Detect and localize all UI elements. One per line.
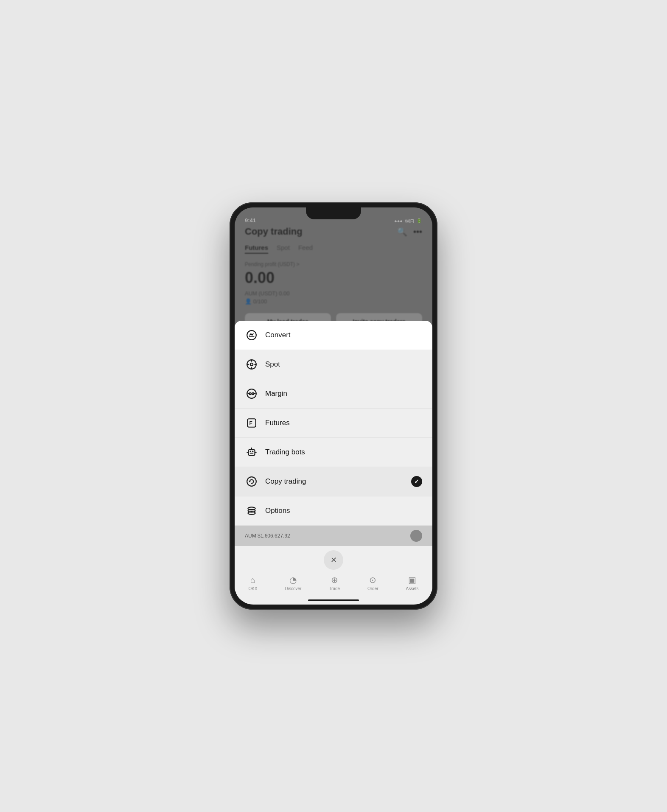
selected-checkmark xyxy=(411,476,422,487)
menu-item-options[interactable]: Options xyxy=(235,496,432,526)
nav-trade-label: Trade xyxy=(329,586,340,591)
futures-label: Futures xyxy=(265,419,422,427)
convert-icon xyxy=(245,328,258,342)
aum-strip-text: AUM $1,606,627.92 xyxy=(245,533,290,539)
phone-screen: 9:41 ●●● WiFi 🔋 Copy trading 🔍 ••• Futur… xyxy=(235,207,432,605)
nav-discover-label: Discover xyxy=(285,586,302,591)
nav-item-okx[interactable]: ⌂ OKX xyxy=(248,575,257,591)
options-label: Options xyxy=(265,507,422,515)
trading-bots-icon xyxy=(245,445,258,459)
nav-assets-label: Assets xyxy=(406,586,419,591)
home-indicator xyxy=(308,599,359,601)
bottom-nav: ⌂ OKX ◔ Discover ⊕ Trade ⊙ xyxy=(235,571,432,599)
svg-point-14 xyxy=(247,477,256,486)
aum-avatar xyxy=(410,530,422,542)
copy-trading-label: Copy trading xyxy=(265,477,411,486)
phone-device: 9:41 ●●● WiFi 🔋 Copy trading 🔍 ••• Futur… xyxy=(230,202,437,610)
close-bump: ✕ xyxy=(235,546,432,571)
margin-icon xyxy=(245,387,258,400)
svg-point-2 xyxy=(250,363,253,366)
margin-label: Margin xyxy=(265,389,422,398)
discover-icon: ◔ xyxy=(289,575,297,585)
close-button[interactable]: ✕ xyxy=(324,550,343,570)
nav-item-trade[interactable]: ⊕ Trade xyxy=(329,575,340,591)
home-icon: ⌂ xyxy=(250,575,255,585)
options-icon xyxy=(245,504,258,518)
svg-point-15 xyxy=(249,481,250,482)
trade-icon: ⊕ xyxy=(331,575,338,585)
menu-item-convert[interactable]: Convert xyxy=(235,321,432,350)
menu-item-futures[interactable]: F Futures xyxy=(235,409,432,438)
nav-okx-label: OKX xyxy=(248,586,257,591)
bottom-nav-area: ✕ ⌂ OKX ◔ Discover ⊕ Trade xyxy=(235,546,432,601)
futures-icon: F xyxy=(245,416,258,430)
nav-item-order[interactable]: ⊙ Order xyxy=(367,575,378,591)
trade-menu-list: Convert Spot xyxy=(235,321,432,605)
aum-strip: AUM $1,606,627.92 xyxy=(235,526,432,546)
spot-label: Spot xyxy=(265,360,422,369)
copy-trading-icon xyxy=(245,475,258,488)
nav-item-assets[interactable]: ▣ Assets xyxy=(406,575,419,591)
nav-order-label: Order xyxy=(367,586,378,591)
bottom-sheet: Convert Spot xyxy=(235,321,432,605)
notch xyxy=(306,207,361,219)
svg-point-13 xyxy=(251,448,252,448)
order-icon: ⊙ xyxy=(369,575,376,585)
menu-item-margin[interactable]: Margin xyxy=(235,379,432,409)
menu-item-copy-trading[interactable]: Copy trading xyxy=(235,467,432,496)
menu-item-spot[interactable]: Spot xyxy=(235,350,432,379)
spot-icon xyxy=(245,358,258,371)
nav-item-discover[interactable]: ◔ Discover xyxy=(285,575,302,591)
convert-label: Convert xyxy=(265,331,422,339)
trading-bots-label: Trading bots xyxy=(265,448,422,456)
assets-icon: ▣ xyxy=(408,575,416,585)
svg-rect-12 xyxy=(248,450,255,456)
menu-item-trading-bots[interactable]: Trading bots xyxy=(235,438,432,467)
svg-text:F: F xyxy=(249,420,252,426)
svg-point-18 xyxy=(248,512,255,515)
